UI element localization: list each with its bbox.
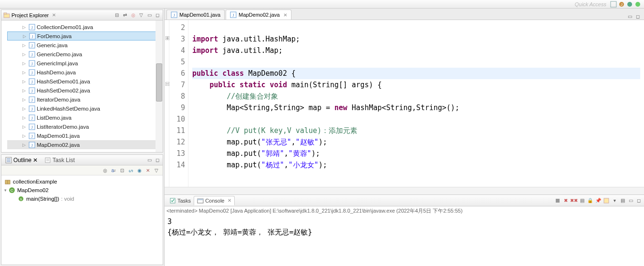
- expand-arrow-icon[interactable]: ▷: [23, 34, 28, 39]
- tree-file[interactable]: ▷JGeneric.java: [7, 41, 162, 50]
- expand-arrow-icon[interactable]: ▷: [22, 70, 27, 75]
- folding-ruler[interactable]: [165, 20, 169, 187]
- class-label: MapDemo02: [17, 187, 49, 193]
- scrollbar-horizontal[interactable]: [165, 187, 644, 194]
- open-console-icon[interactable]: ▾: [611, 197, 618, 204]
- minimize-icon[interactable]: ▭: [626, 13, 633, 20]
- scrollbar-vertical[interactable]: [156, 20, 163, 152]
- maximize-icon[interactable]: ◻: [154, 12, 161, 19]
- display-selected-icon[interactable]: [603, 197, 610, 204]
- minimize-icon[interactable]: ▭: [146, 157, 153, 164]
- code-area[interactable]: import java.util.HashMap;import java.uti…: [188, 20, 644, 187]
- close-icon[interactable]: ✕: [228, 198, 231, 203]
- minimize-icon[interactable]: ▭: [627, 197, 634, 204]
- console-panel: Tasks Console ✕ ✖ ✖✖ ▤ 🔒 📌 ▾ ▤: [165, 194, 644, 266]
- tree-file[interactable]: ▷JListDemo.java: [7, 113, 162, 122]
- java-file-icon: J: [29, 123, 35, 130]
- expand-arrow-icon[interactable]: ▷: [22, 133, 27, 138]
- tree-file[interactable]: ▷JIteratorDemo.java: [7, 95, 162, 104]
- expand-arrow-icon[interactable]: ▷: [22, 143, 27, 147]
- expand-arrow-icon[interactable]: ▷: [22, 115, 27, 120]
- tree-file[interactable]: ▷JListIteratorDemo.java: [7, 122, 162, 131]
- expand-arrow-icon[interactable]: ▷: [22, 79, 27, 84]
- expand-arrow-icon[interactable]: ▷: [22, 61, 27, 66]
- svg-text:J: J: [31, 25, 33, 30]
- outline-package[interactable]: collectionExample: [4, 177, 160, 186]
- hide-nonpublic-icon[interactable]: ◉: [136, 167, 143, 174]
- file-label: ForDemo.java: [37, 33, 72, 39]
- tree-file[interactable]: ▷JLinkedHashSetDemo.java: [7, 104, 162, 113]
- close-icon[interactable]: ✕: [283, 12, 287, 18]
- tree-file[interactable]: ▷JMapDemo01.java: [7, 131, 162, 140]
- console-tab[interactable]: Console ✕: [194, 196, 235, 205]
- outline-title: Outline: [13, 157, 31, 164]
- task-list-tab[interactable]: Task List: [42, 156, 77, 164]
- editor-tab[interactable]: JMapDemo01.java: [166, 10, 225, 20]
- link-with-editor-icon[interactable]: ⇄: [122, 12, 128, 19]
- java-file-icon: J: [29, 69, 35, 76]
- view-menu-icon[interactable]: ▽: [153, 167, 160, 174]
- editor-tab[interactable]: JMapDemo02.java✕: [226, 10, 291, 20]
- tree-file[interactable]: ▷JCollectionDemo01.java: [7, 22, 162, 31]
- project-explorer-title: Project Explorer: [11, 12, 49, 18]
- tree-file[interactable]: ▷JHashSetDemo01.java: [7, 77, 162, 86]
- tree-file[interactable]: ▷JHashSetDemo02.java: [7, 86, 162, 95]
- svg-text:J: J: [31, 89, 33, 93]
- tree-file[interactable]: ▷JGenericDemo.java: [7, 50, 162, 59]
- outline-method[interactable]: s main(String[]) : void: [4, 194, 160, 203]
- tasks-label: Tasks: [177, 198, 191, 204]
- outline-tab[interactable]: Outline ✕: [3, 156, 40, 164]
- tree-file[interactable]: ▷JHashDemo.java: [7, 68, 162, 77]
- remove-launch-icon[interactable]: ✖: [562, 197, 569, 204]
- minimize-icon[interactable]: ▭: [146, 12, 153, 19]
- expand-arrow-icon[interactable]: ▷: [22, 25, 27, 30]
- expand-arrow-icon[interactable]: ▷: [22, 97, 27, 102]
- terminate-icon[interactable]: [554, 197, 561, 204]
- expand-arrow-icon[interactable]: ▷: [22, 52, 27, 57]
- tree-file[interactable]: ▷JMapDemo02.java: [7, 140, 162, 149]
- maximize-icon[interactable]: ◻: [635, 197, 642, 204]
- tree-file[interactable]: ▷JGenericImpl.java: [7, 59, 162, 68]
- svg-rect-6: [4, 13, 7, 14]
- maximize-icon[interactable]: ◻: [154, 157, 161, 164]
- expand-arrow-icon[interactable]: ▷: [22, 43, 27, 48]
- remove-all-icon[interactable]: ✖✖: [571, 197, 577, 204]
- hide-local-icon[interactable]: ✕: [145, 167, 151, 174]
- file-label: CollectionDemo01.java: [37, 24, 93, 30]
- maximize-icon[interactable]: ◻: [634, 13, 641, 20]
- java-file-icon: J: [29, 42, 35, 49]
- java-file-icon: J: [29, 114, 35, 121]
- debug-perspective-icon[interactable]: [634, 1, 641, 8]
- javaee-perspective-icon[interactable]: [626, 1, 633, 8]
- pin-console-icon[interactable]: 📌: [595, 197, 602, 204]
- perspective-switcher: J: [610, 1, 641, 8]
- focus-task-icon[interactable]: ◎: [130, 12, 136, 19]
- expand-arrow-icon[interactable]: ▷: [22, 88, 27, 93]
- focus-icon[interactable]: ◎: [102, 167, 108, 174]
- expand-arrow-icon[interactable]: ▷: [22, 124, 27, 129]
- clear-console-icon[interactable]: ▤: [579, 197, 585, 204]
- collapse-all-icon[interactable]: ⊟: [114, 12, 120, 19]
- close-icon[interactable]: ✕: [52, 12, 56, 18]
- svg-text:J: J: [232, 13, 234, 18]
- hide-static-icon[interactable]: ᔕ: [127, 167, 134, 174]
- new-console-icon[interactable]: ▤: [619, 197, 626, 204]
- project-tree[interactable]: ▷JCollectionDemo01.java▷JForDemo.java▷JG…: [1, 20, 163, 152]
- console-output[interactable]: 3{杨过=小龙女， 郭靖=黄蓉， 张无忌=赵敏}: [165, 215, 644, 238]
- open-perspective-icon[interactable]: [610, 1, 617, 8]
- editor-body[interactable]: 234567891011121314 import java.util.Hash…: [165, 20, 644, 187]
- tasks-tab[interactable]: Tasks: [166, 196, 194, 205]
- view-menu-icon[interactable]: ▽: [138, 12, 145, 19]
- tree-file[interactable]: ▷JForDemo.java: [7, 31, 162, 41]
- outline-class[interactable]: ▾ C MapDemo02: [4, 186, 160, 194]
- java-file-icon: J: [29, 24, 35, 31]
- close-icon[interactable]: ✕: [33, 157, 38, 164]
- quick-access[interactable]: Quick Access: [575, 1, 606, 7]
- expand-arrow-icon[interactable]: ▷: [22, 106, 27, 111]
- task-list-icon: [44, 157, 51, 164]
- line-number-gutter[interactable]: 234567891011121314: [169, 20, 188, 187]
- sort-icon[interactable]: az: [110, 167, 117, 174]
- scroll-lock-icon[interactable]: 🔒: [587, 197, 593, 204]
- hide-fields-icon[interactable]: ⊡: [119, 167, 125, 174]
- java-perspective-icon[interactable]: J: [618, 1, 625, 8]
